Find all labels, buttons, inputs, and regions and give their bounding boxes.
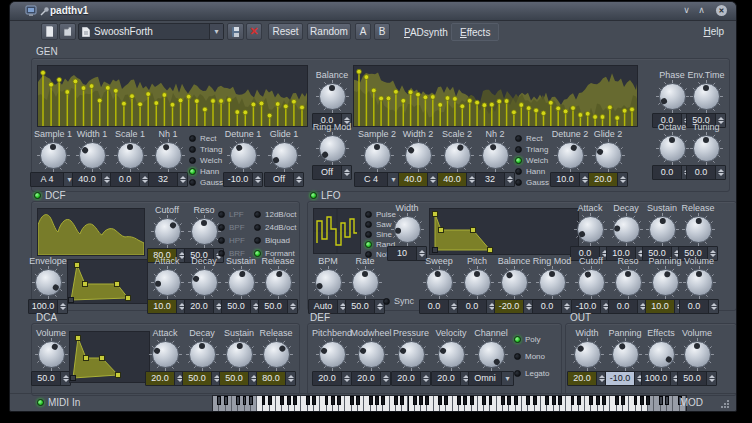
- knob-gen-width1[interactable]: Width 140.0: [72, 129, 112, 187]
- random-button[interactable]: Random: [307, 23, 351, 40]
- knob-dcf-attack[interactable]: Attack10.0: [147, 256, 187, 314]
- knob-dca-sustain[interactable]: Sustain50.0: [219, 328, 259, 386]
- mod-label[interactable]: MOD: [680, 397, 703, 408]
- spin-box[interactable]: 20.0: [312, 371, 352, 386]
- knob-lfo-rate[interactable]: Rate50.0: [345, 256, 385, 314]
- knob-lfo-sweep[interactable]: Sweep0.0: [419, 256, 459, 314]
- knob-out-width[interactable]: Width20.0: [567, 328, 607, 386]
- knob-dca-decay[interactable]: Decay50.0: [182, 328, 222, 386]
- spin-box[interactable]: -10.0: [223, 172, 263, 187]
- knob-dial[interactable]: [265, 269, 292, 296]
- radio-poly[interactable]: Poly: [514, 335, 549, 344]
- piano-key-black[interactable]: [444, 396, 448, 405]
- spin-box[interactable]: 32: [148, 172, 188, 187]
- knob-lfo-bpm[interactable]: BPMAuto: [308, 256, 348, 314]
- knob-lfo-volume[interactable]: Volume0.0: [679, 256, 719, 314]
- knob-dial[interactable]: [501, 269, 528, 296]
- spin-box[interactable]: 20.0: [391, 371, 431, 386]
- knob-lfo-ringmod[interactable]: Ring Mod0.0: [532, 256, 572, 314]
- radio-12db-oct[interactable]: 12dB/oct: [254, 210, 297, 219]
- open-preset-button[interactable]: [59, 23, 76, 40]
- spin-arrows-icon[interactable]: [706, 372, 716, 385]
- knob-lfo-attack[interactable]: Attack0.0: [570, 203, 610, 261]
- piano-key-black[interactable]: [236, 396, 240, 405]
- piano-key-black[interactable]: [419, 396, 423, 405]
- new-preset-button[interactable]: [41, 23, 58, 40]
- piano-key-black[interactable]: [337, 396, 341, 405]
- spin-box[interactable]: 20.0: [431, 371, 471, 386]
- knob-dial[interactable]: [319, 341, 346, 368]
- knob-gen-ringmod[interactable]: Ring ModOff: [312, 122, 352, 180]
- piano-key-black[interactable]: [287, 396, 291, 405]
- knob-gen-envtime[interactable]: Env.Time50.0: [686, 70, 726, 128]
- compare-a-button[interactable]: A: [355, 23, 371, 40]
- piano-key-black[interactable]: [280, 396, 284, 405]
- spin-arrows-icon[interactable]: [427, 173, 437, 186]
- knob-gen-detune2[interactable]: Detune 210.0: [550, 129, 590, 187]
- knob-out-effects[interactable]: Effects100.0: [641, 328, 681, 386]
- preset-dropdown-arrow-icon[interactable]: ▾: [209, 24, 223, 39]
- piano-key-black[interactable]: [331, 396, 335, 405]
- knob-dial[interactable]: [659, 135, 686, 162]
- knob-dial[interactable]: [40, 142, 67, 169]
- piano-key-black[interactable]: [501, 396, 505, 405]
- radio-gauss[interactable]: Gauss: [189, 178, 223, 187]
- spin-box[interactable]: 50.0: [258, 299, 298, 314]
- knob-dcf-release[interactable]: Release50.0: [258, 256, 298, 314]
- knob-dial[interactable]: [557, 142, 584, 169]
- spin-arrows-icon[interactable]: [341, 166, 351, 179]
- title-bar[interactable]: padthv1 ∨ ∧ ✕: [10, 2, 736, 21]
- knob-dial[interactable]: [686, 269, 713, 296]
- spin-box[interactable]: 100.0: [641, 371, 681, 386]
- spin-box[interactable]: 0.0: [457, 299, 497, 314]
- piano-key-black[interactable]: [369, 396, 373, 405]
- knob-lfo-decay[interactable]: Decay10.0: [606, 203, 646, 261]
- minimize-button[interactable]: ∨: [681, 5, 692, 15]
- knob-dial[interactable]: [693, 83, 720, 110]
- radio-bpf[interactable]: BPF: [218, 223, 245, 232]
- gen-harmonics-display-1[interactable]: [37, 65, 308, 127]
- knob-dial[interactable]: [478, 341, 505, 368]
- spin-box[interactable]: 32: [475, 172, 515, 187]
- maximize-button[interactable]: ∧: [696, 5, 707, 15]
- delete-preset-button[interactable]: ✕: [246, 23, 262, 40]
- piano-key-black[interactable]: [400, 396, 404, 405]
- spin-box[interactable]: 50.0: [677, 371, 717, 386]
- knob-dial[interactable]: [693, 135, 720, 162]
- piano-key-black[interactable]: [571, 396, 575, 405]
- radio-lpf[interactable]: LPF: [218, 210, 245, 219]
- piano-key-black[interactable]: [489, 396, 493, 405]
- dcf-filter-display[interactable]: [37, 208, 145, 256]
- piano-key-black[interactable]: [268, 396, 272, 405]
- knob-dcf-cutoff[interactable]: Cutoff80.0: [147, 205, 187, 263]
- knob-dial[interactable]: [271, 142, 298, 169]
- knob-dial[interactable]: [319, 83, 346, 110]
- knob-dcf-sustain[interactable]: Sustain50.0: [221, 256, 261, 314]
- radio-rect[interactable]: Rect: [515, 134, 549, 143]
- piano-key-black[interactable]: [640, 396, 644, 405]
- spin-box[interactable]: 50.0: [182, 371, 222, 386]
- knob-dial[interactable]: [154, 269, 181, 296]
- spin-arrows-icon[interactable]: [293, 173, 303, 186]
- knob-dial[interactable]: [191, 218, 218, 245]
- knob-dial[interactable]: [652, 269, 679, 296]
- piano-key-black[interactable]: [470, 396, 474, 405]
- knob-dial[interactable]: [35, 269, 62, 296]
- knob-dial[interactable]: [394, 216, 421, 243]
- lfo-sync-check[interactable]: Sync: [383, 296, 414, 306]
- radio-mono[interactable]: Mono: [514, 352, 549, 361]
- piano-key-black[interactable]: [646, 396, 650, 405]
- knob-dial[interactable]: [405, 142, 432, 169]
- tab-padsynth[interactable]: PADsynth: [396, 23, 456, 41]
- spin-box[interactable]: 50.0: [221, 299, 261, 314]
- dropdown-arrow-icon[interactable]: ▾: [501, 372, 513, 385]
- piano-key-black[interactable]: [249, 396, 253, 405]
- piano-key-black[interactable]: [577, 396, 581, 405]
- piano-key-black[interactable]: [375, 396, 379, 405]
- spin-box[interactable]: 40.0: [398, 172, 438, 187]
- piano-key-black[interactable]: [224, 396, 228, 405]
- spin-arrows-icon[interactable]: [57, 300, 67, 313]
- knob-dial[interactable]: [482, 142, 509, 169]
- knob-dial[interactable]: [685, 216, 712, 243]
- knob-dial[interactable]: [612, 341, 639, 368]
